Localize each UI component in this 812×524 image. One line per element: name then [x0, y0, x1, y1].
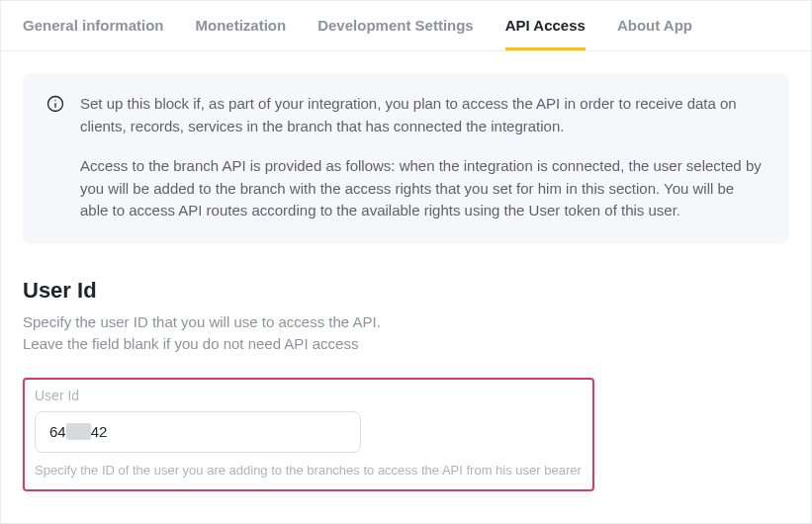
info-text: Set up this block if, as part of your in…	[80, 93, 766, 222]
info-paragraph-2: Access to the branch API is provided as …	[80, 155, 766, 222]
tab-development-settings[interactable]: Development Settings	[317, 17, 474, 50]
section-description: Specify the user ID that you will use to…	[23, 311, 789, 356]
page-container: General information Monetization Develop…	[0, 0, 812, 524]
tab-monetization[interactable]: Monetization	[196, 17, 287, 50]
info-box: Set up this block if, as part of your in…	[23, 73, 789, 244]
user-id-section: User Id Specify the user ID that you wil…	[23, 278, 789, 491]
tab-content: Set up this block if, as part of your in…	[1, 51, 811, 513]
tab-about-app[interactable]: About App	[617, 17, 692, 50]
tab-general-information[interactable]: General information	[23, 17, 164, 50]
highlight-box: User Id 6400042 Specify the ID of the us…	[23, 378, 594, 491]
field-hint: Specify the ID of the user you are addin…	[35, 463, 583, 478]
tab-api-access[interactable]: API Access	[505, 17, 586, 50]
svg-point-2	[54, 100, 55, 101]
user-id-input[interactable]: 6400042	[35, 411, 361, 453]
field-label: User Id	[35, 388, 583, 403]
info-paragraph-1: Set up this block if, as part of your in…	[80, 93, 766, 137]
tab-bar: General information Monetization Develop…	[1, 1, 811, 51]
info-icon	[46, 95, 64, 113]
section-title: User Id	[23, 278, 789, 304]
